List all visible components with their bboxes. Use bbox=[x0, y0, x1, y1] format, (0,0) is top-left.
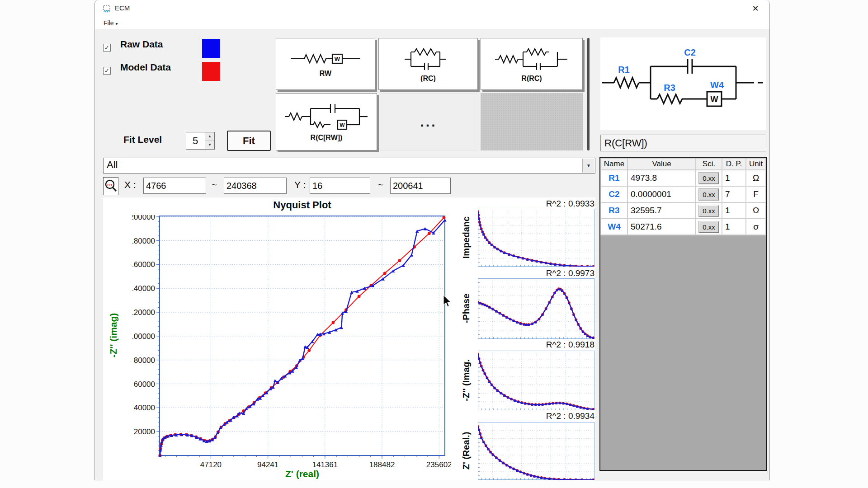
range-separator: ~ bbox=[212, 179, 217, 190]
svg-text:180000: 180000 bbox=[132, 237, 155, 245]
param-dp-cell[interactable]: 1 bbox=[722, 219, 745, 235]
parameter-table-grid: Name Value Sci. D. P. Unit R1 4973.8 0.x… bbox=[600, 158, 766, 235]
window-title: ECM bbox=[115, 4, 130, 12]
param-unit-cell: F bbox=[746, 187, 765, 202]
raw-data-label: Raw Data bbox=[120, 39, 163, 50]
svg-text:47120: 47120 bbox=[200, 460, 222, 469]
param-sci-cell: 0.xx bbox=[696, 219, 722, 235]
param-sci-cell: 0.xx bbox=[696, 203, 722, 218]
r2-label-impedance: R^2 : 0.9933 bbox=[486, 199, 594, 209]
param-unit-cell: Ω bbox=[746, 170, 765, 186]
fit-level-value[interactable]: 5 bbox=[186, 132, 204, 149]
param-name-cell: W4 bbox=[601, 219, 627, 235]
mini-ylabel-phase: -Phase bbox=[461, 277, 472, 340]
model-button-rw-label: RW bbox=[320, 70, 331, 78]
sci-format-button[interactable]: 0.xx bbox=[699, 173, 719, 184]
y-min-input[interactable]: 16 bbox=[310, 178, 370, 194]
dropdown-arrow-icon[interactable]: ▼ bbox=[582, 159, 594, 173]
formula-box[interactable]: R(C[RW]) bbox=[600, 135, 766, 151]
circuit-rc-icon bbox=[401, 46, 455, 74]
zoom-fit-button[interactable]: FIT bbox=[103, 177, 118, 195]
magnifier-icon: FIT bbox=[104, 178, 118, 195]
check-icon: ✓ bbox=[104, 44, 109, 51]
x-min-input[interactable]: 4766 bbox=[143, 178, 206, 194]
r2-label-zimag: R^2 : 0.9918 bbox=[486, 340, 594, 350]
close-button[interactable]: ✕ bbox=[749, 2, 762, 15]
svg-text:94241: 94241 bbox=[257, 460, 278, 469]
dropdown-value: All bbox=[107, 159, 118, 171]
spin-up-button[interactable]: ▲ bbox=[205, 132, 214, 141]
model-button-rcrw-label: R(C[RW]) bbox=[311, 134, 343, 142]
param-dp-cell[interactable]: 1 bbox=[722, 203, 745, 218]
ecm-window: ECM ✕ File▾ ✓ Raw Data ✓ Model Data Fit … bbox=[94, 0, 770, 480]
col-header-value: Value bbox=[628, 159, 695, 169]
circuit-c2-label: C2 bbox=[684, 47, 696, 57]
raw-color-swatch[interactable] bbox=[202, 39, 220, 58]
svg-text:235602: 235602 bbox=[426, 460, 451, 469]
data-filter-dropdown[interactable]: All ▼ bbox=[103, 158, 595, 174]
param-name-cell: C2 bbox=[601, 187, 627, 202]
x-range-label: X : bbox=[124, 179, 136, 190]
nyquist-ylabel: -Z'' (imag) bbox=[108, 299, 119, 371]
param-dp-cell[interactable]: 1 bbox=[722, 170, 745, 186]
model-data-label: Model Data bbox=[120, 62, 171, 73]
raw-data-checkbox[interactable]: ✓ bbox=[103, 44, 111, 52]
fit-button[interactable]: Fit bbox=[227, 131, 271, 151]
r2-label-zreal: R^2 : 0.9934 bbox=[486, 411, 594, 421]
model-button-rw[interactable]: W RW bbox=[276, 38, 375, 90]
svg-text:W: W bbox=[711, 95, 718, 104]
circuit-diagram: W R1 C2 R3 W4 bbox=[600, 38, 766, 130]
parameter-table: Name Value Sci. D. P. Unit R1 4973.8 0.x… bbox=[599, 157, 767, 471]
param-value-cell[interactable]: 4973.8 bbox=[628, 170, 695, 186]
mini-ylabel-impedance: Impedanc bbox=[461, 206, 472, 269]
svg-text:160000: 160000 bbox=[132, 260, 155, 269]
svg-text:140000: 140000 bbox=[132, 284, 155, 293]
mouse-cursor-icon bbox=[443, 295, 452, 310]
circuit-rrc-icon bbox=[493, 46, 570, 74]
model-color-swatch[interactable] bbox=[202, 62, 220, 81]
spin-down-button[interactable]: ▼ bbox=[205, 141, 214, 149]
x-max-input[interactable]: 240368 bbox=[224, 178, 287, 194]
model-button-rrc[interactable]: R(RC) bbox=[481, 38, 583, 90]
svg-text:141361: 141361 bbox=[312, 460, 338, 469]
mini-plot-phase bbox=[478, 278, 594, 339]
model-button-rc[interactable]: (RC) bbox=[378, 38, 478, 90]
param-value-cell[interactable]: 50271.6 bbox=[628, 219, 695, 235]
y-range-label: Y : bbox=[294, 179, 306, 190]
param-sci-cell: 0.xx bbox=[696, 187, 722, 202]
svg-text:W: W bbox=[340, 122, 345, 128]
plot-canvas: Nyquist Plot 471209424114136118848223560… bbox=[103, 197, 595, 480]
param-value-cell[interactable]: 0.0000001 bbox=[628, 187, 695, 202]
fit-level-stepper[interactable]: 5 ▲ ▼ bbox=[186, 132, 215, 150]
model-button-more[interactable]: ... bbox=[380, 93, 477, 150]
file-menu[interactable]: File▾ bbox=[101, 19, 121, 28]
sci-format-button[interactable]: 0.xx bbox=[699, 205, 719, 216]
file-menu-caret-icon: ▾ bbox=[116, 21, 118, 26]
col-header-dp: D. P. bbox=[722, 159, 745, 169]
mini-plot-impedance bbox=[478, 209, 594, 267]
svg-text:FIT: FIT bbox=[107, 183, 113, 187]
y-max-input[interactable]: 200641 bbox=[390, 178, 451, 194]
r2-label-phase: R^2 : 0.9973 bbox=[486, 268, 594, 278]
svg-text:80000: 80000 bbox=[134, 356, 155, 365]
param-unit-cell: Ω bbox=[746, 203, 765, 218]
model-button-rcrw[interactable]: W R(C[RW]) bbox=[276, 93, 377, 150]
range-separator: ~ bbox=[378, 179, 383, 190]
model-data-checkbox[interactable]: ✓ bbox=[103, 67, 111, 75]
mini-ylabel-zreal: Z' (Real.) bbox=[461, 419, 472, 483]
svg-text:W: W bbox=[335, 56, 340, 62]
model-list-scrollbar[interactable] bbox=[587, 38, 590, 150]
param-dp-cell[interactable]: 7 bbox=[722, 187, 745, 202]
param-value-cell[interactable]: 32595.7 bbox=[628, 203, 695, 218]
page: ECM ✕ File▾ ✓ Raw Data ✓ Model Data Fit … bbox=[0, 0, 868, 488]
nyquist-plot: 4712094241141361188482235602200004000060… bbox=[132, 215, 451, 480]
sci-format-button[interactable]: 0.xx bbox=[699, 221, 719, 233]
sci-format-button[interactable]: 0.xx bbox=[699, 189, 719, 200]
svg-text:100000: 100000 bbox=[132, 332, 155, 341]
nyquist-xlabel: Z' (real) bbox=[160, 469, 445, 479]
circuit-rw-icon: W bbox=[287, 51, 364, 69]
model-button-rc-label: (RC) bbox=[420, 75, 436, 83]
file-menu-label: File bbox=[104, 19, 114, 27]
svg-text:20000: 20000 bbox=[134, 427, 155, 436]
param-sci-cell: 0.xx bbox=[696, 170, 722, 186]
